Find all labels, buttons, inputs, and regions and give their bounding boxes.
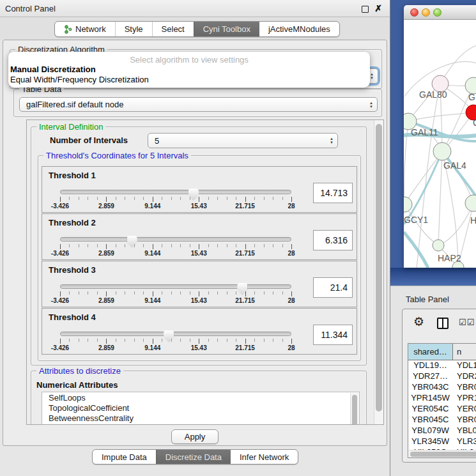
threshold-slider[interactable]: [60, 237, 291, 242]
cell-name: YBR0: [453, 415, 476, 426]
table-row[interactable]: YPR145WYPR1: [408, 393, 476, 404]
threshold-value-field[interactable]: [313, 230, 353, 250]
tab-impute-data[interactable]: Impute Data: [93, 450, 156, 464]
table-horizontal-scrollbar[interactable]: [409, 450, 476, 458]
gear-icon[interactable]: ⚙: [413, 314, 424, 329]
algorithm-option[interactable]: Equal Width/Frequency Discretization: [10, 75, 149, 84]
table-panel: ⚙ ☑☑ shared… n YDL19…YDL1YDR27…YDR2YBR04…: [402, 309, 476, 463]
threshold-value-field[interactable]: [313, 183, 353, 203]
table-row[interactable]: YBR043CYBR0: [408, 382, 476, 393]
attribute-list-item[interactable]: BetweennessCentrality: [42, 413, 359, 423]
axis-tick-label: 9.144: [144, 203, 160, 210]
close-icon[interactable]: ✗: [374, 3, 382, 13]
network-node-label: H: [470, 215, 476, 226]
tab-infer-network[interactable]: Infer Network: [231, 450, 298, 464]
axis-tick-label: 21.715: [235, 344, 255, 351]
tab-select[interactable]: Select: [152, 22, 194, 36]
axis-tick-label: 2.859: [98, 250, 114, 257]
slider-ticks: [60, 197, 291, 203]
attributes-group: Attributes to discretize Numerical Attri…: [31, 371, 367, 425]
network-window[interactable]: GAL80GCGAL11GAL4GCY1HHAP2: [404, 5, 476, 268]
float-window-icon[interactable]: [362, 6, 369, 13]
table-data-combobox[interactable]: galFiltered.sif default node ▲▼: [19, 97, 378, 112]
network-window-titlebar[interactable]: [404, 5, 476, 20]
column-header-shared[interactable]: shared…: [408, 344, 453, 360]
threshold-value-field[interactable]: [313, 325, 353, 345]
close-traffic-light-icon[interactable]: [410, 8, 418, 17]
threshold-value-field[interactable]: [313, 277, 353, 298]
axis-tick-label: -3.426: [51, 203, 69, 210]
table-row[interactable]: YBL079WYBL0: [408, 426, 476, 436]
tab-cyni-toolbox[interactable]: Cyni Toolbox: [194, 22, 259, 36]
network-node[interactable]: [404, 197, 412, 212]
threshold-label: Threshold 3: [49, 265, 96, 275]
table-row[interactable]: YBR045CYBR0: [408, 415, 476, 426]
attributes-scrollbar[interactable]: [350, 393, 358, 425]
axis-tick-label: 21.715: [235, 250, 255, 257]
right-region: GAL80GCGAL11GAL4GCY1HHAP2 Table Panel ⚙ …: [390, 0, 476, 476]
axis-tick-label: 2.859: [98, 344, 114, 351]
axis-tick-label: -3.426: [51, 297, 69, 304]
threshold-panel: Threshold 2-3.4262.8599.14415.4321.71528: [42, 213, 357, 260]
table-row[interactable]: YER054CYER0: [408, 404, 476, 415]
column-header-name[interactable]: n: [453, 344, 476, 360]
network-node[interactable]: [465, 195, 476, 211]
algorithm-option[interactable]: Manual Discretization: [10, 65, 96, 74]
tab-style[interactable]: Style: [115, 22, 152, 36]
tab-jactivemnodules[interactable]: jActiveMNodules: [259, 22, 339, 36]
slider-axis-labels: -3.4262.8599.14415.4321.71528: [60, 344, 291, 352]
network-node[interactable]: [433, 142, 451, 160]
axis-tick-label: 28: [288, 250, 295, 257]
table-row[interactable]: YLR345WYLR3: [408, 436, 476, 447]
zoom-traffic-light-icon[interactable]: [433, 8, 441, 17]
panel-title: Control Panel: [5, 4, 56, 13]
attribute-list-item[interactable]: SelfLoops: [42, 392, 359, 403]
slider-ticks: [60, 339, 291, 344]
tab-label: Style: [125, 24, 143, 34]
network-node[interactable]: [433, 240, 444, 251]
app-root: Control Panel ✗ NetworkStyleSelectCyni T…: [0, 0, 476, 476]
num-intervals-combobox[interactable]: 5 ▲▼: [148, 133, 338, 148]
table-row[interactable]: YDL19…YDL1: [408, 360, 476, 371]
cell-name: YBL0: [453, 426, 476, 436]
thresholds-group: Threshold's Coordinates for 5 Intervals …: [38, 155, 361, 361]
cell-name: YPR1: [453, 393, 476, 404]
axis-tick-label: 2.859: [98, 203, 114, 210]
tab-network[interactable]: Network: [55, 22, 115, 36]
attributes-group-title: Attributes to discretize: [36, 366, 123, 376]
cell-shared-name: YDR27…: [408, 371, 453, 382]
attribute-list-item[interactable]: TopologicalCoefficient: [42, 403, 359, 413]
threshold-slider[interactable]: [60, 284, 291, 289]
threshold-slider[interactable]: [60, 332, 291, 336]
axis-tick-label: 28: [288, 297, 295, 304]
cell-shared-name: YBL079W: [408, 426, 453, 436]
axis-tick-label: 9.144: [144, 344, 160, 351]
cell-name: YER0: [453, 404, 476, 415]
threshold-label: Threshold 4: [49, 312, 96, 322]
tab-discretize-data[interactable]: Discretize Data: [156, 450, 231, 464]
network-desktop: GAL80GCGAL11GAL4GCY1HHAP2: [390, 0, 476, 286]
column-layout-icon[interactable]: [437, 318, 449, 329]
top-tabstrip: NetworkStyleSelectCyni ToolboxjActiveMNo…: [0, 18, 390, 40]
threshold-label: Threshold 2: [49, 218, 96, 227]
threshold-panel: Threshold 3-3.4262.8599.14415.4321.71528: [42, 261, 357, 307]
algorithm-dropdown-popup: Select algorithm to view settings Manual…: [8, 52, 370, 88]
node-attribute-table: shared… n YDL19…YDL1YDR27…YDR2YBR043CYBR…: [408, 343, 476, 458]
threshold-panel: Threshold 1-3.4262.8599.14415.4321.71528: [42, 166, 357, 213]
threshold-slider[interactable]: [60, 190, 291, 194]
network-node-label: GAL11: [411, 127, 438, 137]
cell-shared-name: YLR345W: [408, 436, 453, 447]
checkbox-icons[interactable]: ☑☑: [459, 318, 475, 327]
axis-tick-label: -3.426: [51, 344, 69, 351]
threshold-panel: Threshold 4-3.4262.8599.14415.4321.71528: [42, 308, 357, 355]
minimize-traffic-light-icon[interactable]: [422, 8, 430, 17]
network-node-label: GAL4: [443, 160, 466, 171]
network-canvas[interactable]: GAL80GCGAL11GAL4GCY1HHAP2: [404, 20, 476, 268]
numerical-attributes-list: SelfLoopsTopologicalCoefficientBetweenne…: [42, 392, 360, 425]
settings-scrollpane: Interval Definition Number of Intervals …: [26, 119, 384, 425]
table-row[interactable]: YDR27…YDR2: [408, 371, 476, 382]
settings-scrollbar[interactable]: [374, 120, 383, 424]
cyni-toolbox-panel: Discretization Algorithm ▲▼ Select algor…: [3, 40, 387, 446]
apply-button[interactable]: Apply: [171, 429, 219, 444]
interval-definition-title: Interval Definition: [36, 122, 105, 132]
